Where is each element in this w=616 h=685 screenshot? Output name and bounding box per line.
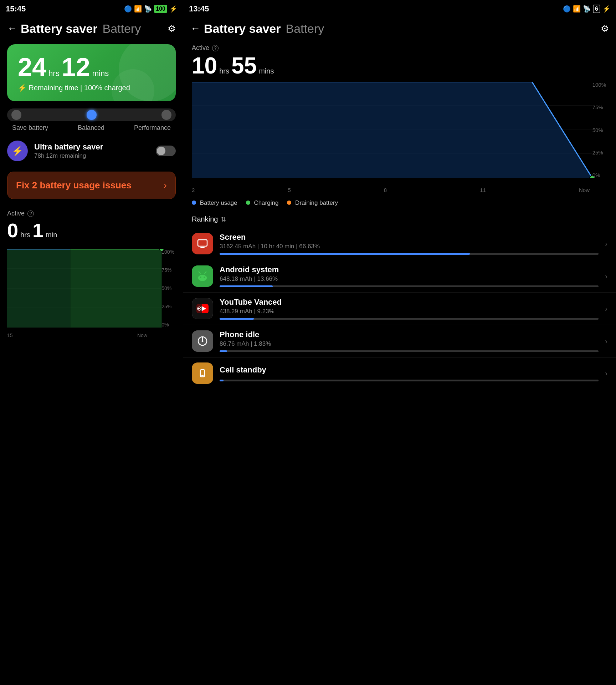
svg-point-32 (202, 340, 204, 342)
remaining-text: ⚡ Remaining time | 100% charged (18, 83, 165, 92)
mode-slider-container[interactable]: Save battery Balanced Performance (7, 108, 176, 132)
screen-bar-fill (220, 253, 470, 255)
ranking-label: Ranking (192, 215, 218, 223)
slider-track[interactable] (7, 108, 176, 121)
phone-idle-name: Phone idle (220, 330, 599, 339)
right-status-bar: 13:45 🔵 📶 📡 6 ⚡ (183, 0, 616, 18)
divider-2 (7, 168, 176, 168)
left-active-hours: 0 (7, 219, 18, 242)
battery-mins-label: mins (92, 69, 109, 78)
app-row-android[interactable]: Android system 648.18 mAh | 13.66% › (183, 260, 616, 293)
screen-bar-track (220, 253, 599, 255)
app-row-phone-idle[interactable]: Phone idle 86.76 mAh | 1.83% › (183, 325, 616, 357)
mode-save-dot[interactable] (11, 110, 21, 120)
ranking-sort-icon[interactable]: ⇅ (221, 215, 226, 223)
legend-charging: Charging (246, 199, 279, 207)
youtube-info: YouTube Vanced 438.29 mAh | 9.23% (220, 298, 599, 320)
right-panel: 13:45 🔵 📶 📡 6 ⚡ ← Battery saver Battery … (183, 0, 616, 685)
left-status-icons: 🔵 📶 📡 100 ⚡ (124, 5, 177, 13)
right-active-time: 10 hrs 55 mins (192, 52, 607, 79)
left-chart-y-labels: 100% 75% 50% 25% 0% (160, 249, 176, 328)
chart-x-now: Now (579, 187, 590, 193)
fix-arrow-icon: › (164, 180, 167, 191)
ultra-subtitle: 78h 12m remaining (34, 152, 149, 159)
screen-stats: 3162.45 mAh | 10 hr 40 min | 66.63% (220, 243, 599, 250)
svg-point-20 (204, 276, 205, 278)
right-active-mins-label: mins (259, 67, 274, 75)
chart-x-2: 2 (192, 187, 195, 193)
mode-labels: Save battery Balanced Performance (7, 121, 176, 132)
android-name: Android system (220, 265, 599, 274)
phone-idle-stats: 86.76 mAh | 1.83% (220, 340, 599, 347)
svg-marker-5 (7, 249, 70, 328)
right-chart-x-labels: 2 5 8 11 Now (192, 187, 590, 193)
battery-hours: 24 (18, 54, 46, 80)
left-status-bar: 15:45 🔵 📶 📡 100 ⚡ (0, 0, 183, 18)
cell-info: Cell standby (220, 365, 599, 381)
left-back-button[interactable]: ← (7, 23, 17, 34)
signal-icon: 📶 (134, 5, 142, 13)
left-settings-icon[interactable]: ⚙ (168, 23, 176, 34)
fix-issues-button[interactable]: Fix 2 battery usage issues › (7, 172, 176, 199)
cell-bar-fill (220, 380, 224, 381)
bluetooth-icon: 🔵 (124, 5, 132, 13)
legend-dot-draining (287, 201, 291, 205)
youtube-stats: 438.29 mAh | 9.23% (220, 308, 599, 315)
mode-balanced-dot[interactable] (87, 110, 97, 120)
r-battery-icon: 6 (593, 5, 600, 13)
left-header: ← Battery saver Battery ⚙ (0, 18, 183, 39)
android-info: Android system 648.18 mAh | 13.66% (220, 265, 599, 287)
right-chart-y-labels: 100% 75% 50% 25% 0% (592, 82, 607, 178)
screen-info: Screen 3162.45 mAh | 10 hr 40 min | 66.6… (220, 233, 599, 255)
youtube-bar-fill (220, 318, 254, 320)
battery-time-display: 24 hrs 12 mins (18, 54, 165, 80)
left-chart-x-start: 15 (7, 333, 13, 338)
ultra-saver-row: ⚡ Ultra battery saver 78h 12m remaining (0, 134, 183, 168)
app-row-youtube[interactable]: YouTube Vanced 438.29 mAh | 9.23% › (183, 293, 616, 325)
r-charging-icon: ⚡ (602, 5, 610, 13)
left-panel: 15:45 🔵 📶 📡 100 ⚡ ← Battery saver Batter… (0, 0, 183, 685)
right-status-icons: 🔵 📶 📡 6 ⚡ (563, 5, 610, 13)
wifi-icon: 📡 (144, 5, 152, 13)
left-title-group: Battery saver Battery (17, 22, 168, 36)
phone-idle-bar-fill (220, 350, 227, 352)
screen-chevron: › (605, 240, 607, 248)
youtube-bar-track (220, 318, 599, 320)
svg-marker-6 (70, 249, 161, 328)
app-row-screen[interactable]: Screen 3162.45 mAh | 10 hr 40 min | 66.6… (183, 228, 616, 260)
left-active-label: Active ? (7, 210, 176, 217)
mode-performance-dot[interactable] (161, 110, 171, 120)
left-title-main: Battery saver (21, 22, 97, 36)
ultra-toggle[interactable] (156, 146, 176, 156)
svg-point-23 (199, 272, 200, 273)
svg-point-24 (206, 272, 207, 273)
right-time: 13:45 (189, 4, 209, 14)
info-icon: ? (27, 210, 34, 217)
cell-icon (192, 362, 213, 384)
phone-idle-chevron: › (605, 337, 607, 345)
phone-idle-icon (192, 330, 213, 352)
ranking-bar[interactable]: Ranking ⇅ (183, 211, 616, 228)
legend-draining: Draining battery (287, 199, 338, 207)
cell-chevron: › (605, 369, 607, 377)
cell-bar-track (220, 380, 599, 381)
ultra-icon: ⚡ (7, 141, 28, 161)
battery-mins: 12 (62, 54, 90, 80)
right-back-button[interactable]: ← (190, 23, 200, 34)
legend-dot-battery (192, 201, 196, 205)
right-settings-icon[interactable]: ⚙ (601, 23, 609, 34)
right-active-section: Active ? 10 hrs 55 mins (183, 39, 616, 82)
app-row-cell[interactable]: Cell standby › (183, 357, 616, 389)
legend-dot-charging (246, 201, 250, 205)
phone-idle-bar-track (220, 350, 599, 352)
chart-x-8: 8 (384, 187, 387, 193)
left-chart-x-labels: 15 Now (7, 331, 161, 338)
svg-rect-16 (200, 247, 205, 248)
ultra-title: Ultra battery saver (34, 142, 149, 152)
ultra-text: Ultra battery saver 78h 12m remaining (34, 142, 149, 159)
left-title-sub: Battery (102, 22, 141, 36)
svg-point-19 (200, 276, 201, 278)
app-list: Screen 3162.45 mAh | 10 hr 40 min | 66.6… (183, 228, 616, 389)
cell-name: Cell standby (220, 365, 599, 375)
left-time: 15:45 (6, 4, 26, 14)
